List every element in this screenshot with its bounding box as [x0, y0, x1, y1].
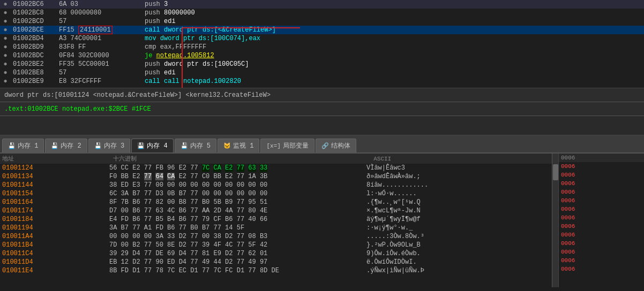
memory-dump-left[interactable]: 地址 十六进制 ASCII 01001124 56 CC E2 77 FB 96… [0, 154, 552, 287]
byte-cell: EC [179, 267, 186, 274]
table-row[interactable]: 010011E4 8B FD D1 77 78 7C EC D1 77 7C F… [0, 266, 552, 275]
table-row[interactable]: 010011A4 00 00 00 00 3A 33 D2 77 00 38 D… [0, 232, 552, 241]
byte-cell: B8 [179, 198, 186, 206]
memory-hex: E4 FD B6 77 B5 B4 B6 77 79 CF B6 77 40 6… [107, 215, 364, 224]
tab-icon: 🔗 [321, 142, 329, 149]
tab-结构体[interactable]: 🔗结构体 [316, 139, 356, 152]
byte-cell: 77 [237, 164, 244, 172]
scroll-thumb[interactable] [553, 164, 558, 180]
byte-cell: 62 [248, 250, 256, 257]
memory-ascii: l:·wÓ·w...... [364, 189, 552, 198]
byte-cell: E3 [132, 181, 140, 189]
disasm-area: ● 01002BC6 6A 03 push 3 ● 01002BC8 68 00… [0, 0, 644, 88]
byte-cell: 00 [260, 181, 267, 189]
breakpoint-indicator[interactable]: ● [0, 0, 11, 9]
memory-area: 地址 十六进制 ASCII 01001124 56 CC E2 77 FB 96… [0, 154, 644, 287]
disasm-address[interactable]: 01002BC8 [11, 9, 59, 17]
byte-cell: 00 [190, 181, 198, 189]
table-row[interactable]: 010011B4 7D 00 B2 77 50 8E D2 77 39 4F 4… [0, 241, 552, 249]
byte-cell: 38 [109, 181, 117, 189]
disasm-hex: FF35 5CC00001 [59, 60, 145, 68]
breakpoint-indicator[interactable]: ● [0, 9, 11, 17]
byte-cell: 33 [167, 233, 175, 240]
byte-cell: B6 [167, 224, 175, 232]
tab-监视-1[interactable]: 🐱监视 1 [218, 139, 259, 152]
tab-内存-1[interactable]: 💾内存 1 [2, 139, 44, 152]
disasm-address[interactable]: 01002BC6 [11, 0, 59, 9]
memory-hex: 00 00 00 00 3A 33 D2 77 00 38 D2 77 08 B… [107, 232, 364, 241]
memory-ascii: .....:3Òw.8Òw.³ [364, 232, 552, 241]
tab-label: 内存 5 [190, 141, 211, 150]
disasm-address[interactable]: 01002BE8 [11, 68, 59, 77]
table-row[interactable]: 01001144 38 ED E3 77 00 00 00 00 00 00 0… [0, 181, 552, 189]
breakpoint-indicator[interactable]: ● [0, 77, 11, 86]
breakpoint-indicator[interactable]: ● [0, 26, 11, 34]
byte-cell: 77 [144, 258, 152, 266]
disasm-instruction: cmp eax,FFFFFFFF [145, 43, 644, 51]
table-row[interactable]: 010011D4 EB 12 D2 77 90 ED D4 77 49 44 D… [0, 258, 552, 266]
tab-内存-4[interactable]: 💾内存 4 [131, 139, 173, 152]
tab-内存-3[interactable]: 💾内存 3 [88, 139, 130, 152]
byte-cell: BB [213, 173, 221, 180]
disasm-instruction: mov dword ptr ds:[100C074],eax [145, 34, 644, 43]
tab-内存-2[interactable]: 💾内存 2 [45, 139, 87, 152]
memory-hex: 7D 00 B2 77 50 8E D2 77 39 4F 4C 77 5F 4… [107, 241, 364, 249]
table-row[interactable]: 01001164 8F 7B B6 77 82 00 B8 77 B0 5B B… [0, 198, 552, 206]
disasm-address[interactable]: 01002BE2 [11, 60, 59, 68]
tab-内存-5[interactable]: 💾内存 5 [175, 139, 216, 152]
memory-address: 01001134 [0, 172, 107, 181]
gap-area [0, 116, 644, 135]
byte-cell: 00 [248, 181, 256, 189]
memory-address: 010011A4 [0, 232, 107, 241]
byte-cell: 77 [190, 216, 198, 223]
disasm-instruction: push 3 [145, 0, 644, 9]
byte-cell: FB [155, 164, 163, 172]
disasm-address[interactable]: 01002BCD [11, 17, 59, 26]
byte-cell: FD [155, 224, 163, 232]
table-row[interactable]: 01001184 E4 FD B6 77 B5 B4 B6 77 79 CF B… [0, 215, 552, 224]
byte-cell: B7 [179, 190, 186, 197]
disasm-hex: 0F84 302C0000 [59, 51, 145, 60]
disasm-address[interactable]: 01002BD9 [11, 43, 59, 51]
byte-cell: 42 [260, 241, 267, 249]
right-addr-value: 0006 [559, 188, 644, 196]
table-row[interactable]: 01001194 3A B7 77 A1 FD B6 77 B0 B7 77 1… [0, 224, 552, 232]
breakpoint-indicator[interactable]: ● [0, 51, 11, 60]
breakpoint-indicator[interactable]: ● [0, 43, 11, 51]
tab-label: 局部变量 [283, 141, 309, 150]
tab-局部变量[interactable]: [x=]局部变量 [260, 139, 314, 152]
byte-cell: 77 [237, 216, 244, 223]
breakpoint-indicator[interactable]: ● [0, 60, 11, 68]
byte-cell: C0 [202, 173, 209, 180]
byte-cell: 77 [190, 198, 198, 206]
memory-hex: 6C 3A B7 77 D3 0B B7 77 00 00 00 00 00 0… [107, 189, 364, 198]
tab-label: 内存 3 [104, 141, 124, 150]
byte-cell: D7 [109, 207, 117, 215]
byte-cell: 77 [237, 241, 244, 249]
byte-cell: D2 [225, 258, 233, 266]
disasm-address[interactable]: 01002BE9 [11, 77, 59, 86]
table-row[interactable]: 01001134 F0 BB E2 77 64 CA E2 77 C0 BB E… [0, 172, 552, 181]
byte-cell: 77 [144, 181, 152, 189]
disasm-address[interactable]: 01002BDC [11, 51, 59, 60]
byte-cell: CC [121, 164, 129, 172]
byte-cell: 12 [121, 258, 129, 266]
byte-cell: 96 [167, 164, 175, 172]
table-row[interactable]: 01001154 6C 3A B7 77 D3 0B B7 77 00 00 0… [0, 189, 552, 198]
byte-cell: 77 [144, 250, 152, 257]
byte-cell: 49 [248, 258, 256, 266]
table-row[interactable]: 010011C4 39 29 D4 77 DE 69 D4 77 81 E9 D… [0, 249, 552, 258]
memory-hex: 3A B7 77 A1 FD B6 77 B0 B7 77 14 5F [107, 224, 364, 232]
memory-scrollbar[interactable] [552, 154, 558, 287]
tab-icon: 💾 [8, 142, 16, 149]
breakpoint-indicator[interactable]: ● [0, 17, 11, 26]
memory-ascii: 8íãw............ [364, 181, 552, 189]
table-row[interactable]: 01001124 56 CC E2 77 FB 96 E2 77 7C CA E… [0, 164, 552, 172]
disasm-address[interactable]: 01002BD4 [11, 34, 59, 43]
disasm-address[interactable]: 01002BCE [11, 26, 59, 34]
table-row[interactable]: 01001174 D7 00 B6 77 63 4C B6 77 AA 2D 4… [0, 206, 552, 215]
breakpoint-indicator[interactable]: ● [0, 68, 11, 77]
breakpoint-indicator[interactable]: ● [0, 34, 11, 43]
disasm-hex: 57 [59, 17, 145, 26]
byte-cell: 77 [144, 267, 152, 274]
